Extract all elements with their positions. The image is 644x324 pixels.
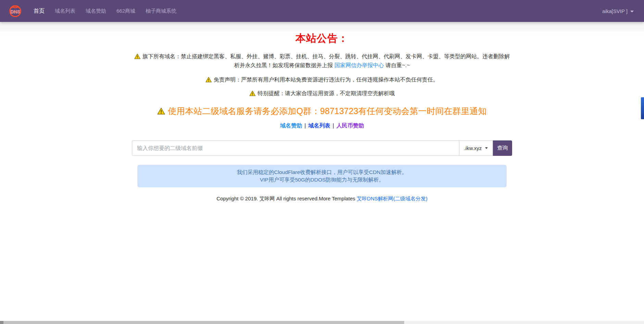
warning-line-reminder: 特别提醒：请大家合理运用资源，不定期清理空壳解析哦 [132,89,512,98]
side-widget-tab[interactable] [641,97,644,119]
site-announcement-title: 本站公告： [132,32,512,45]
cloudflare-info-box: 我们采用稳定的CloudFlare收费解析接口，用户可以享受CDN加速解析。 V… [137,165,507,187]
horizontal-scrollbar[interactable] [0,321,644,324]
info-line-2: VIP用户可享受50G的DDOS防御能力与无限制解析。 [141,176,503,184]
nav-item-home[interactable]: 首页 [28,0,50,22]
chevron-down-icon [485,147,488,149]
report-center-link[interactable]: 国家网信办举报中心 [334,62,384,68]
link-domain-sponsor[interactable]: 域名赞助 [280,123,302,128]
nav-item-youzi-shop[interactable]: 柚子商城系统 [140,0,182,22]
copyright-text: Copyright © 2019. 艾咔网 All rights reserve… [216,196,357,201]
qq-group-notice: 使用本站二级域名服务请务必添加Q群：98713723有任何变动会第一时间在群里通… [132,105,512,116]
warning-domains-tail: 请自重~.~ [385,62,410,68]
warning-icon [206,77,212,83]
username-label: aika[SVIP ] [602,8,628,14]
scrollbar-corner [0,321,3,324]
links-separator: | [333,123,334,128]
warning-line-domains: 旗下所有域名：禁止搭建绑定黑客、私服、外挂、赌博、彩票、挂机、挂马、分裂、跳转、… [132,52,512,70]
warning-reminder-text: 特别提醒：请大家合理运用资源，不定期清理空壳解析哦 [258,90,395,96]
link-domain-list[interactable]: 域名列表 [308,123,330,128]
nav-item-domain-list[interactable]: 域名列表 [50,0,80,22]
main-content: 本站公告： 旗下所有域名：禁止搭建绑定黑客、私服、外挂、赌博、彩票、挂机、挂马、… [127,32,517,202]
warning-disclaimer-text: 免责声明：严禁所有用户利用本站免费资源进行违法行为，任何违规操作本站不负任何责任… [214,77,438,83]
footer: Copyright © 2019. 艾咔网 All rights reserve… [132,196,512,202]
warning-line-disclaimer: 免责声明：严禁所有用户利用本站免费资源进行违法行为，任何违规操作本站不负任何责任… [132,75,512,84]
domain-search-bar: .ikw.xyz 查询 [132,140,512,156]
warning-domains-text: 旗下所有域名：禁止搭建绑定黑客、私服、外挂、赌博、彩票、挂机、挂马、分裂、跳转、… [143,53,510,68]
dns-globe-icon: DNS [9,5,22,17]
horizontal-scrollbar-thumb[interactable] [3,321,404,324]
warning-icon [157,108,165,115]
nav-item-662-shop[interactable]: 662商城 [111,0,140,22]
selected-suffix-label: .ikw.xyz [464,145,482,151]
links-separator: | [305,123,306,128]
warning-icon [134,53,140,59]
qq-group-text: 使用本站二级域名服务请务必添加Q群：98713723有任何变动会第一时间在群里通… [168,106,487,116]
quick-links-row: 域名赞助|域名列表|人民币赞助 [132,122,512,129]
warning-icon [249,90,256,96]
info-line-1: 我们采用稳定的CloudFlare收费解析接口，用户可以享受CDN加速解析。 [141,169,503,176]
nav-item-domain-sponsor[interactable]: 域名赞助 [80,0,111,22]
user-dropdown[interactable]: aika[SVIP ] [601,8,635,14]
nav-menu: 首页 域名列表 域名赞助 662商城 柚子商城系统 [28,0,182,22]
chevron-down-icon [630,11,634,12]
link-rmb-sponsor[interactable]: 人民币赞助 [336,123,364,128]
svg-text:DNS: DNS [10,9,20,14]
footer-site-link[interactable]: 艾咔DNS解析网(二级域名分发) [357,196,428,201]
domain-suffix-select[interactable]: .ikw.xyz [459,140,493,156]
query-button[interactable]: 查询 [493,140,512,156]
navbar: DNS 首页 域名列表 域名赞助 662商城 柚子商城系统 aika[SVIP … [0,0,644,22]
domain-prefix-input[interactable] [132,140,459,156]
brand-logo[interactable]: DNS [9,5,22,17]
